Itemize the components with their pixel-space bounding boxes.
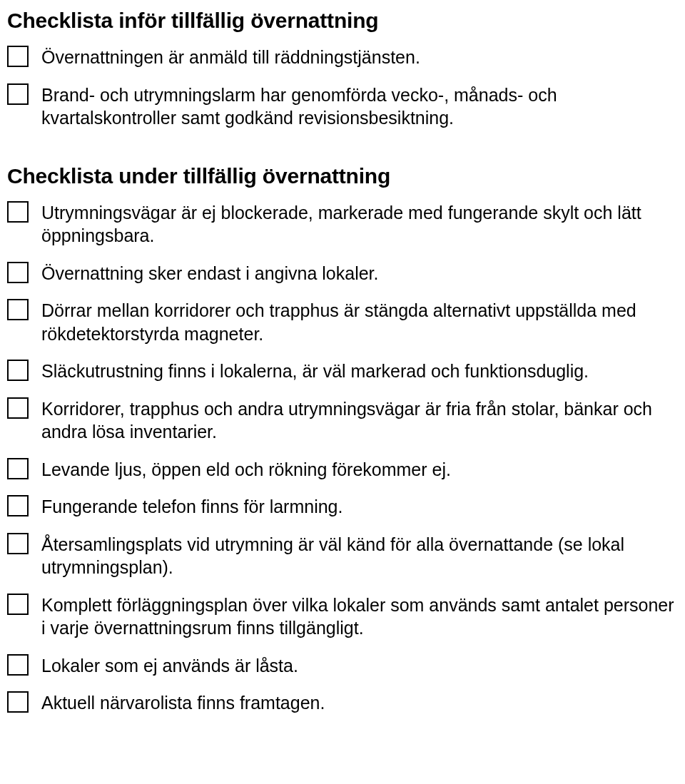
checklist-item: Levande ljus, öppen eld och rökning före…: [7, 458, 678, 482]
checkbox-icon[interactable]: [7, 495, 29, 516]
checklist-text: Lokaler som ej används är låsta.: [41, 654, 298, 678]
checklist-text: Komplett förläggningsplan över vilka lok…: [41, 594, 678, 640]
checklist-item: Återsamlingsplats vid utrymning är väl k…: [7, 533, 678, 579]
checklist-text: Dörrar mellan korridorer och trapphus är…: [41, 299, 678, 345]
section-before: Checklista inför tillfällig övernattning…: [7, 9, 678, 130]
checklist-text: Övernattning sker endast i angivna lokal…: [41, 262, 379, 285]
checkbox-icon[interactable]: [7, 594, 29, 615]
checklist-item: Aktuell närvarolista finns framtagen.: [7, 691, 678, 715]
checklist-item: Korridorer, trapphus och andra utrymning…: [7, 397, 678, 444]
checklist-text: Aktuell närvarolista finns framtagen.: [41, 691, 325, 715]
checkbox-icon[interactable]: [7, 654, 29, 676]
checklist-text: Utrymningsvägar är ej blockerade, marker…: [41, 201, 678, 248]
checklist-text: Släckutrustning finns i lokalerna, är vä…: [41, 360, 589, 383]
section-heading: Checklista inför tillfällig övernattning: [7, 9, 678, 33]
checklist-item: Släckutrustning finns i lokalerna, är vä…: [7, 360, 678, 383]
section-heading: Checklista under tillfällig övernattning: [7, 164, 678, 188]
checkbox-icon[interactable]: [7, 262, 29, 283]
checkbox-icon[interactable]: [7, 46, 29, 67]
checklist-item: Fungerande telefon finns för larmning.: [7, 495, 678, 519]
checkbox-icon[interactable]: [7, 533, 29, 554]
checklist-item: Komplett förläggningsplan över vilka lok…: [7, 594, 678, 640]
checklist-text: Levande ljus, öppen eld och rökning före…: [41, 458, 451, 482]
checklist-item: Övernattning sker endast i angivna lokal…: [7, 262, 678, 285]
checklist-text: Fungerande telefon finns för larmning.: [41, 495, 342, 519]
checkbox-icon[interactable]: [7, 83, 29, 105]
checklist-text: Brand- och utrymningslarm har genomförda…: [41, 83, 678, 130]
document-root: Checklista inför tillfällig övernattning…: [7, 9, 678, 715]
checkbox-icon[interactable]: [7, 458, 29, 479]
checkbox-icon[interactable]: [7, 201, 29, 223]
checkbox-icon[interactable]: [7, 397, 29, 419]
checklist-item: Brand- och utrymningslarm har genomförda…: [7, 83, 678, 130]
checkbox-icon[interactable]: [7, 299, 29, 320]
section-during: Checklista under tillfällig övernattning…: [7, 164, 678, 715]
checklist-item: Lokaler som ej används är låsta.: [7, 654, 678, 678]
checklist-item: Utrymningsvägar är ej blockerade, marker…: [7, 201, 678, 248]
checklist-text: Korridorer, trapphus och andra utrymning…: [41, 397, 678, 444]
checklist-item: Övernattningen är anmäld till räddningst…: [7, 46, 678, 69]
checklist-item: Dörrar mellan korridorer och trapphus är…: [7, 299, 678, 345]
checklist-text: Övernattningen är anmäld till räddningst…: [41, 46, 420, 69]
checkbox-icon[interactable]: [7, 691, 29, 713]
checklist-text: Återsamlingsplats vid utrymning är väl k…: [41, 533, 678, 579]
checkbox-icon[interactable]: [7, 360, 29, 381]
